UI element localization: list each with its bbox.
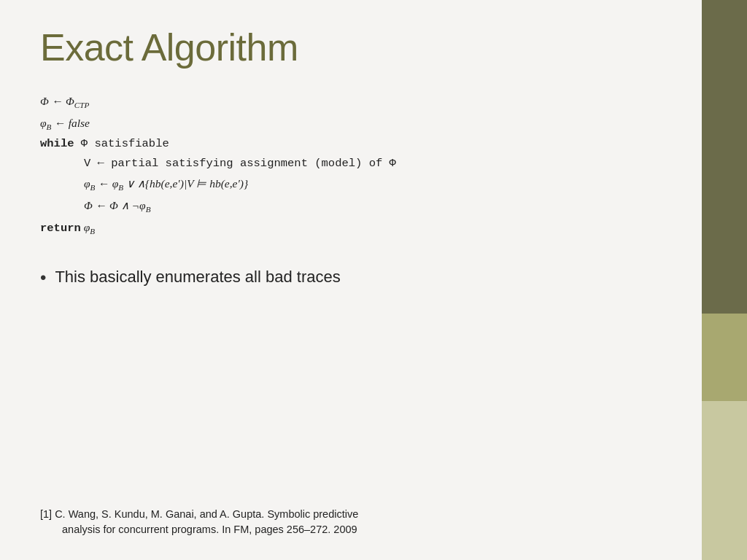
reference-line2: analysis for concurrent programs. In FM,… (40, 522, 662, 538)
algorithm-block: Φ ← ΦCTP φB ← false while Φ satisfiable … (40, 91, 662, 238)
reference-block: [1] C. Wang, S. Kundu, M. Ganai, and A. … (40, 499, 662, 539)
sidebar-mid (702, 314, 747, 401)
algo-line-6: Φ ← Φ ∧ ¬φB (40, 195, 662, 217)
slide: Exact Algorithm Φ ← ΦCTP φB ← false whil… (0, 0, 747, 560)
phi-b-assign: φB ← false (40, 117, 90, 129)
main-content: Exact Algorithm Φ ← ΦCTP φB ← false whil… (0, 0, 702, 560)
return-value: φB (81, 221, 95, 233)
return-keyword: return (40, 222, 81, 235)
sidebar-decoration (702, 0, 747, 560)
v-assign: V ← partial satisfying assignment (model… (84, 157, 396, 170)
slide-title: Exact Algorithm (40, 26, 662, 69)
algo-line-1: Φ ← ΦCTP (40, 91, 662, 113)
bullet-dot: • (40, 268, 46, 289)
algo-line-7: return φB (40, 217, 662, 239)
sidebar-bot (702, 401, 747, 560)
reference-line1: [1] C. Wang, S. Kundu, M. Ganai, and A. … (40, 507, 662, 523)
while-condition: Φ satisfiable (74, 137, 169, 150)
phi-assign: Φ ← ΦCTP (40, 95, 89, 107)
bullet-section: • This basically enumerates all bad trac… (40, 268, 662, 289)
phi-update: Φ ← Φ ∧ ¬φB (84, 199, 150, 211)
while-keyword: while (40, 137, 74, 150)
algo-line-3: while Φ satisfiable (40, 134, 662, 154)
sidebar-top (702, 0, 747, 314)
algo-line-4: V ← partial satisfying assignment (model… (40, 154, 662, 174)
bullet-text: This basically enumerates all bad traces (55, 268, 340, 287)
algo-line-5: φB ← φB ∨ ∧{hb(e,e′)|V ⊨ hb(e,e′)} (40, 174, 662, 195)
phi-b-update: φB ← φB ∨ ∧{hb(e,e′)|V ⊨ hb(e,e′)} (84, 177, 248, 190)
algo-line-2: φB ← false (40, 113, 662, 135)
